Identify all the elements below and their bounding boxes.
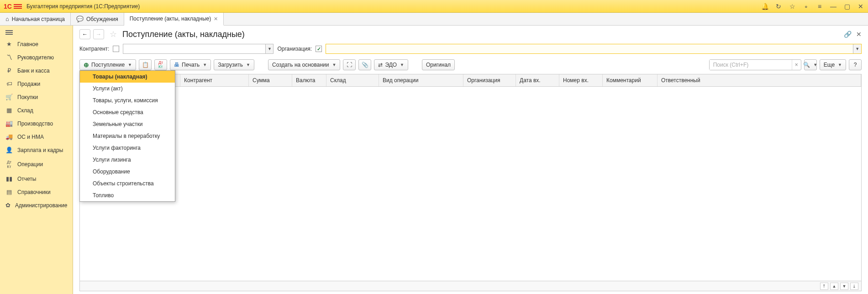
dropdown-item-tovary[interactable]: Товары (накладная) [80, 71, 175, 83]
close-page-icon[interactable]: ✕ [856, 31, 862, 38]
sidebar-item-warehouse[interactable]: ▦Склад [0, 104, 73, 117]
search-input[interactable] [710, 60, 792, 70]
org-combo[interactable]: ▼ [326, 44, 862, 54]
toolbar: ⊕ Поступление ▼ 📋 ДтКт 🖶 Печать ▼ Загруз… [73, 58, 868, 74]
col-vid[interactable]: Вид операции [379, 74, 463, 86]
sidebar-item-sales[interactable]: 🏷Продажи [0, 77, 73, 90]
col-comment[interactable]: Комментарий [603, 74, 658, 86]
minimize-icon[interactable]: — [830, 3, 837, 10]
org-input[interactable] [326, 44, 853, 53]
close-tab-icon[interactable]: ✕ [214, 16, 218, 22]
postuplenie-dropdown: Товары (накладная) Услуги (акт) Товары, … [79, 70, 175, 202]
sidebar-item-admin[interactable]: ✿Администрирование [0, 199, 73, 212]
col-sklad[interactable]: Склад [326, 74, 379, 86]
table-down-icon[interactable]: ▼ [840, 283, 848, 290]
sidebar-item-production[interactable]: 🏭Производство [0, 117, 73, 130]
sidebar-item-operations[interactable]: ДтКтОперации [0, 157, 73, 172]
chevron-down-icon[interactable]: ▼ [853, 44, 861, 53]
sidebar-item-assets[interactable]: 🚚ОС и НМА [0, 130, 73, 143]
attach-button[interactable]: 📎 [358, 59, 371, 70]
dropdown-item-osnovnye[interactable]: Основные средства [80, 106, 175, 118]
dropdown-item-toplivo[interactable]: Топливо [80, 189, 175, 201]
button-label: Поступление [91, 62, 125, 68]
search-icon: 🔍 [803, 62, 810, 68]
sidebar-item-label: Покупки [17, 94, 38, 100]
chevron-down-icon: ▼ [838, 63, 842, 67]
sidebar-item-label: Производство [17, 121, 53, 127]
main-menu-icon[interactable] [14, 4, 22, 9]
dropdown-item-zemelnye[interactable]: Земельные участки [80, 118, 175, 130]
history-icon[interactable]: ↻ [775, 3, 782, 10]
table-body [80, 87, 861, 281]
clear-search-icon[interactable]: × [792, 60, 801, 70]
dropdown-item-factoring[interactable]: Услуги факторинга [80, 142, 175, 154]
col-sum[interactable]: Сумма [249, 74, 292, 86]
sidebar-item-label: Банк и касса [17, 68, 50, 74]
dropdown-item-objekty[interactable]: Объекты строительства [80, 178, 175, 189]
tab-home[interactable]: ⌂ Начальная страница [0, 13, 71, 25]
link-icon[interactable]: 🔗 [844, 31, 852, 38]
forward-button[interactable]: → [93, 29, 104, 39]
dtkt-button[interactable]: ДтКт [154, 59, 167, 70]
tab-discussions[interactable]: 💬 Обсуждения [71, 13, 124, 25]
dropdown-item-materialy[interactable]: Материалы в переработку [80, 130, 175, 142]
col-datevx[interactable]: Дата вх. [516, 74, 559, 86]
help-button[interactable]: ? [849, 59, 862, 70]
sidebar-item-main[interactable]: ★Главное [0, 37, 73, 51]
maximize-icon[interactable]: ▢ [843, 3, 851, 10]
load-button[interactable]: Загрузить ▼ [214, 59, 254, 70]
menu-lines-icon[interactable]: ≡ [816, 3, 823, 10]
edo-button[interactable]: ⇄ ЭДО ▼ [374, 59, 408, 70]
col-kontragent[interactable]: Контрагент [180, 74, 249, 86]
sidebar-item-salary[interactable]: 👤Зарплата и кадры [0, 143, 73, 157]
sidebar-toggle[interactable] [0, 27, 73, 37]
sidebar-item-manager[interactable]: 〽Руководителю [0, 51, 73, 64]
search-box[interactable]: × [709, 59, 801, 70]
dropdown-item-lizing[interactable]: Услуги лизинга [80, 154, 175, 166]
dropdown-item-uslugi[interactable]: Услуги (акт) [80, 83, 175, 94]
col-otv[interactable]: Ответственный [658, 74, 861, 86]
dropdown-item-oborud[interactable]: Оборудование [80, 166, 175, 178]
sidebar-item-label: Продажи [17, 81, 40, 87]
bell-icon[interactable]: 🔔 [761, 3, 768, 10]
chevron-down-icon[interactable]: ▼ [265, 44, 273, 53]
table-up-icon[interactable]: ▲ [830, 283, 838, 290]
dropdown-item-tovary-uslugi[interactable]: Товары, услуги, комиссия [80, 94, 175, 106]
star-icon: ★ [5, 41, 13, 47]
postuplenie-button[interactable]: ⊕ Поступление ▼ [79, 59, 136, 70]
kontragent-checkbox[interactable] [113, 46, 119, 52]
table-first-icon[interactable]: ⤒ [820, 283, 828, 290]
relations-button[interactable]: ⛶ [343, 59, 356, 70]
button-label: ЭДО [385, 62, 397, 68]
sidebar-item-bank[interactable]: ₽Банк и касса [0, 64, 73, 77]
kontragent-combo[interactable]: ▼ [123, 44, 274, 54]
kontragent-input[interactable] [123, 44, 265, 53]
back-button[interactable]: ← [79, 29, 90, 39]
grid-icon: ▦ [5, 107, 13, 114]
more-button[interactable]: Еще ▼ [820, 59, 846, 70]
main-content: ← → ☆ Поступление (акты, накладные) 🔗 ✕ … [73, 26, 868, 294]
print-button[interactable]: 🖶 Печать ▼ [170, 59, 211, 70]
chat-icon: 💬 [76, 16, 84, 22]
sidebar-item-references[interactable]: ▤Справочники [0, 185, 73, 199]
original-button[interactable]: Оригинал [422, 59, 455, 70]
favorite-star-icon[interactable]: ☆ [110, 29, 117, 39]
cart-icon: 🛒 [5, 94, 13, 100]
close-window-icon[interactable]: ✕ [857, 3, 864, 10]
star-icon[interactable]: ☆ [789, 3, 796, 10]
sidebar-item-reports[interactable]: ▮▮Отчеты [0, 172, 73, 185]
col-valuta[interactable]: Валюта [292, 74, 326, 86]
page-title: Поступление (акты, накладные) [122, 30, 245, 39]
copy-button[interactable]: 📋 [139, 59, 152, 70]
col-org[interactable]: Организация [463, 74, 516, 86]
org-checkbox[interactable] [316, 46, 322, 52]
table-last-icon[interactable]: ⤓ [850, 283, 858, 290]
sidebar-item-purchases[interactable]: 🛒Покупки [0, 90, 73, 104]
col-numvx[interactable]: Номер вх. [559, 74, 603, 86]
create-based-button[interactable]: Создать на основании ▼ [268, 59, 340, 70]
dot-icon[interactable]: ∘ [802, 3, 810, 10]
tab-postuplenie[interactable]: Поступление (акты, накладные) ✕ [124, 13, 224, 26]
edo-icon: ⇄ [378, 62, 383, 68]
search-button[interactable]: 🔍 ▼ [804, 59, 817, 70]
chevron-down-icon: ▼ [128, 63, 132, 67]
